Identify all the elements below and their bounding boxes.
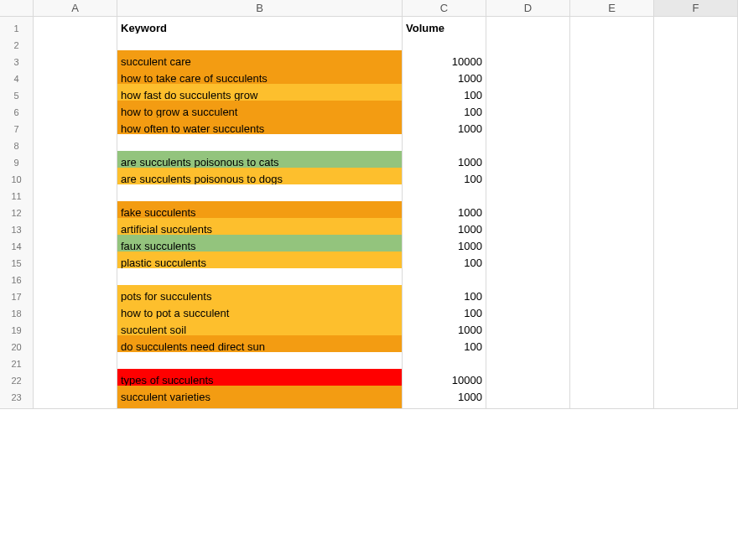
keyword-text: are succulents poisonous to dogs — [121, 173, 283, 185]
volume-value: 100 — [464, 307, 482, 319]
row-number: 11 — [11, 191, 21, 201]
volume-value: 100 — [464, 173, 482, 185]
row-number: 5 — [13, 91, 18, 101]
keyword-text: succulent soil — [121, 324, 186, 336]
header-keyword: Keyword — [121, 22, 167, 34]
keyword-text: how to pot a succulent — [121, 307, 229, 319]
volume-value: 10000 — [452, 374, 482, 386]
volume-value: 1000 — [458, 206, 482, 219]
col-header-A[interactable]: A — [34, 0, 117, 17]
keyword-text: how often to water succulents — [121, 122, 264, 135]
keyword-text: faux succulents — [121, 240, 196, 252]
volume-value: 1000 — [458, 72, 482, 85]
volume-value: 100 — [464, 257, 482, 269]
keyword-text: how to take care of succulents — [121, 72, 268, 85]
cell-B23[interactable]: succulent varieties — [117, 386, 403, 409]
row-number: 18 — [11, 309, 21, 319]
volume-value: 100 — [464, 290, 482, 303]
col-header-D[interactable]: D — [486, 0, 570, 17]
row-number: 6 — [13, 107, 18, 117]
row-number: 8 — [13, 141, 18, 151]
volume-value: 1000 — [458, 324, 482, 336]
row-number: 9 — [13, 158, 18, 168]
col-header-label: A — [71, 2, 79, 14]
volume-value: 10000 — [452, 55, 482, 68]
cell-C23[interactable]: 1000 — [403, 386, 486, 409]
row-number: 21 — [11, 359, 21, 369]
row-number: 16 — [11, 275, 21, 285]
volume-value: 1000 — [458, 240, 482, 252]
keyword-text: do succulents need direct sun — [121, 340, 265, 353]
row-number: 2 — [13, 40, 18, 50]
keyword-text: succulent care — [121, 55, 191, 68]
keyword-text: types of succulents — [121, 374, 214, 386]
row-number: 23 — [11, 392, 21, 402]
volume-value: 1000 — [458, 122, 482, 135]
row-number: 15 — [11, 258, 21, 268]
volume-value: 100 — [464, 340, 482, 353]
row-number: 13 — [11, 225, 21, 235]
spreadsheet-grid[interactable]: ABCDEF1KeywordVolume23succulent care1000… — [0, 0, 738, 402]
row-number: 4 — [13, 74, 18, 84]
col-header-label: B — [256, 2, 263, 14]
volume-value: 100 — [464, 89, 482, 101]
keyword-text: how fast do succulents grow — [121, 89, 257, 101]
keyword-text: are succulents poisonous to cats — [121, 156, 279, 169]
volume-value: 100 — [464, 106, 482, 118]
row-number: 14 — [11, 241, 21, 251]
volume-value: 1000 — [458, 223, 482, 236]
row-number: 7 — [13, 124, 18, 134]
keyword-text: pots for succulents — [121, 290, 211, 303]
row-number: 10 — [11, 174, 21, 184]
keyword-text: plastic succulents — [121, 257, 206, 269]
row-number: 17 — [11, 292, 21, 302]
cell-F23[interactable] — [654, 386, 738, 409]
col-header-label: E — [608, 2, 616, 14]
row-number: 20 — [11, 342, 21, 352]
col-header-label: D — [524, 2, 532, 14]
col-header-E[interactable]: E — [570, 0, 654, 17]
cell-D23[interactable] — [486, 386, 570, 409]
header-volume: Volume — [406, 22, 444, 34]
volume-value: 1000 — [458, 156, 482, 169]
col-header-label: F — [693, 2, 699, 14]
col-header-label: C — [440, 2, 448, 14]
row-header-23[interactable]: 23 — [0, 386, 34, 409]
keyword-text: succulent varieties — [121, 391, 210, 403]
col-header-C[interactable]: C — [403, 0, 486, 17]
row-number: 22 — [11, 376, 21, 386]
row-number: 3 — [13, 57, 18, 67]
col-header-F[interactable]: F — [654, 0, 738, 17]
volume-value: 1000 — [458, 391, 482, 403]
keyword-text: how to grow a succulent — [121, 106, 237, 118]
row-number: 19 — [11, 325, 21, 335]
cell-A23[interactable] — [34, 386, 117, 409]
row-number: 1 — [13, 23, 18, 34]
cell-E23[interactable] — [570, 386, 654, 409]
keyword-text: fake succulents — [121, 206, 196, 219]
col-header-B[interactable]: B — [117, 0, 403, 17]
keyword-text: artificial succulents — [121, 223, 212, 236]
corner-cell[interactable] — [0, 0, 34, 17]
row-number: 12 — [11, 208, 21, 218]
